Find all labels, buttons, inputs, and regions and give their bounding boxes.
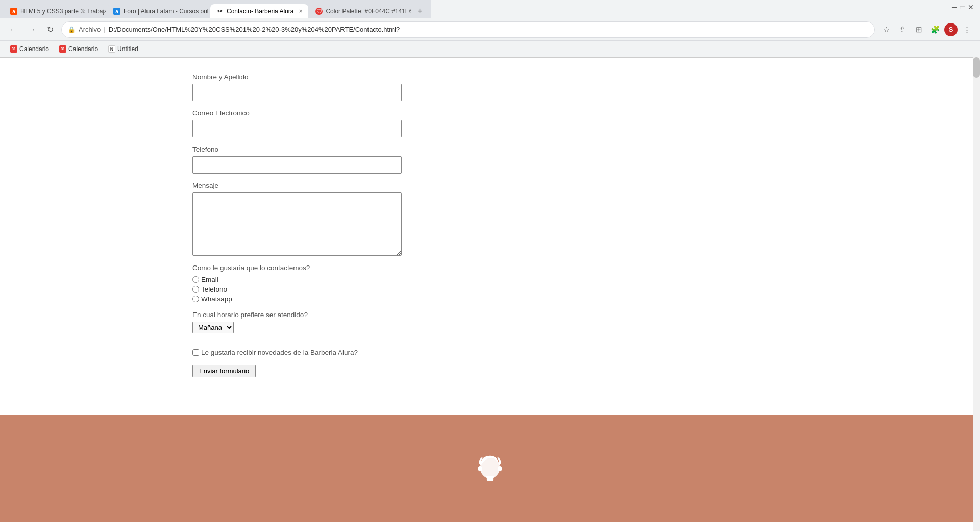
toolbar-icons: ☆ ⇪ ⊞ 🧩 S ⋮ xyxy=(879,22,974,37)
browser-tab-4[interactable]: 🛡 Color Palette: #0F044C #141E61 × xyxy=(309,4,411,18)
back-icon: ← xyxy=(9,25,17,34)
scrollbar-thumb[interactable] xyxy=(973,57,980,78)
menu-icon: ⋮ xyxy=(963,25,971,34)
back-button[interactable]: ← xyxy=(6,22,20,37)
address-url: D:/Documents/One/HTML%20Y%20CSS%201%20-2… xyxy=(109,26,868,33)
contact-radio-group: Email Telefono Whatsapp xyxy=(192,276,980,303)
scrollbar[interactable] xyxy=(973,57,980,531)
nombre-label: Nombre y Apellido xyxy=(192,73,980,81)
correo-group: Correo Electronico xyxy=(192,109,980,137)
new-tab-button[interactable]: + xyxy=(412,4,427,18)
radio-telefono-label[interactable]: Telefono xyxy=(192,285,980,293)
schedule-select[interactable]: Mañana Tarde Noche xyxy=(192,322,234,333)
window-close-button[interactable]: ✕ xyxy=(968,3,974,11)
reload-button[interactable]: ↻ xyxy=(43,22,57,37)
nombre-input[interactable] xyxy=(192,84,402,101)
bookmarks-bar: 31 Calendario 31 Calendario N Untitled xyxy=(0,41,980,57)
extensions-puzzle-button[interactable]: 🧩 xyxy=(928,22,942,37)
bookmark-label-3: Untitled xyxy=(117,45,138,53)
tab-4-label: Color Palette: #0F044C #141E61 xyxy=(326,8,411,15)
mensaje-label: Mensaje xyxy=(192,182,980,189)
telefono-group: Telefono xyxy=(192,146,980,174)
svg-rect-1 xyxy=(487,477,493,481)
bookmark-label-1: Calendario xyxy=(19,45,49,53)
address-protocol: Archivo xyxy=(79,26,101,33)
svg-point-3 xyxy=(498,466,502,472)
lock-icon: 🔒 xyxy=(68,26,76,33)
telefono-label: Telefono xyxy=(192,146,980,153)
newsletter-checkbox[interactable] xyxy=(192,349,199,356)
reload-icon: ↻ xyxy=(47,25,54,34)
page-footer xyxy=(0,415,980,522)
browser-tab-2[interactable]: a Foro | Alura Latam - Cursos onlin... × xyxy=(107,4,209,18)
bookmark-notion-favicon: N xyxy=(108,45,115,53)
radio-email-text: Email xyxy=(201,276,218,283)
address-separator: | xyxy=(104,26,105,33)
mensaje-group: Mensaje xyxy=(192,182,980,256)
tab-bar: a HTML5 y CSS3 parte 3: Trabajan... × a … xyxy=(0,0,431,18)
forward-icon: → xyxy=(28,25,36,34)
window-maximize-button[interactable]: ▭ xyxy=(959,3,966,11)
bookmark-star-button[interactable]: ☆ xyxy=(879,22,893,37)
window-minimize-button[interactable]: ─ xyxy=(952,3,957,11)
contact-form-container: Nombre y Apellido Correo Electronico Tel… xyxy=(192,68,980,382)
cast-icon: ⇪ xyxy=(899,25,906,34)
svg-point-2 xyxy=(478,466,482,472)
schedule-question: En cual horario prefiere ser atendido? xyxy=(192,311,980,319)
telefono-input[interactable] xyxy=(192,156,402,174)
tab-1-favicon: a xyxy=(10,8,17,15)
radio-whatsapp-label[interactable]: Whatsapp xyxy=(192,295,980,303)
tab-2-label: Foro | Alura Latam - Cursos onlin... xyxy=(124,8,209,15)
bookmark-cal-favicon-1: 31 xyxy=(10,45,17,53)
browser-menu-button[interactable]: ⋮ xyxy=(960,22,974,37)
browser-chrome: a HTML5 y CSS3 parte 3: Trabajan... × a … xyxy=(0,0,980,58)
profile-button[interactable]: S xyxy=(944,23,958,36)
tab-bar-wrapper: a HTML5 y CSS3 parte 3: Trabajan... × a … xyxy=(0,0,980,18)
bookmark-label-2: Calendario xyxy=(68,45,98,53)
bookmark-untitled[interactable]: N Untitled xyxy=(104,43,142,55)
newsletter-text: Le gustaria recibir novedades de la Barb… xyxy=(201,349,358,356)
bookmark-cal-favicon-2: 31 xyxy=(59,45,66,53)
radio-telefono-text: Telefono xyxy=(201,285,227,293)
newsletter-label[interactable]: Le gustaria recibir novedades de la Barb… xyxy=(192,349,980,356)
browser-tab-1[interactable]: a HTML5 y CSS3 parte 3: Trabajan... × xyxy=(4,4,106,18)
radio-whatsapp-text: Whatsapp xyxy=(201,295,232,303)
browser-extension-button[interactable]: ⊞ xyxy=(912,22,926,37)
nombre-group: Nombre y Apellido xyxy=(192,73,980,101)
correo-label: Correo Electronico xyxy=(192,109,980,117)
screen-cast-button[interactable]: ⇪ xyxy=(895,22,910,37)
radio-email-label[interactable]: Email xyxy=(192,276,980,283)
contact-preference-group: Como le gustaria que lo contactemos? Ema… xyxy=(192,264,980,303)
radio-telefono[interactable] xyxy=(192,286,199,293)
star-icon: ☆ xyxy=(883,25,890,34)
contact-question: Como le gustaria que lo contactemos? xyxy=(192,264,980,272)
profile-letter: S xyxy=(949,26,953,33)
tab-4-favicon: 🛡 xyxy=(315,8,323,15)
tab-3-label: Contacto- Barberia Alura xyxy=(227,8,293,15)
barber-head-icon xyxy=(472,451,508,487)
browser-toolbar: ← → ↻ 🔒 Archivo | D:/Documents/One/HTML%… xyxy=(0,18,980,41)
bookmark-calendario-2[interactable]: 31 Calendario xyxy=(55,43,102,55)
page-content: Nombre y Apellido Correo Electronico Tel… xyxy=(0,58,980,415)
mensaje-textarea[interactable] xyxy=(192,192,402,256)
extension-icon: ⊞ xyxy=(916,25,922,34)
correo-input[interactable] xyxy=(192,120,402,137)
schedule-group: En cual horario prefiere ser atendido? M… xyxy=(192,311,980,341)
browser-tab-3[interactable]: ✂ Contacto- Barberia Alura × xyxy=(210,4,308,18)
tab-3-favicon: ✂ xyxy=(216,8,224,15)
radio-email[interactable] xyxy=(192,276,199,283)
tab-1-label: HTML5 y CSS3 parte 3: Trabajan... xyxy=(20,8,106,15)
bookmark-calendario-1[interactable]: 31 Calendario xyxy=(6,43,53,55)
submit-button[interactable]: Enviar formulario xyxy=(192,365,256,377)
puzzle-icon: 🧩 xyxy=(930,25,940,34)
newsletter-group: Le gustaria recibir novedades de la Barb… xyxy=(192,349,980,356)
radio-whatsapp[interactable] xyxy=(192,296,199,302)
tab-3-close[interactable]: × xyxy=(299,8,302,15)
tab-2-favicon: a xyxy=(113,8,120,15)
address-bar[interactable]: 🔒 Archivo | D:/Documents/One/HTML%20Y%20… xyxy=(61,21,875,38)
forward-button[interactable]: → xyxy=(24,22,39,37)
barber-logo xyxy=(472,451,508,487)
